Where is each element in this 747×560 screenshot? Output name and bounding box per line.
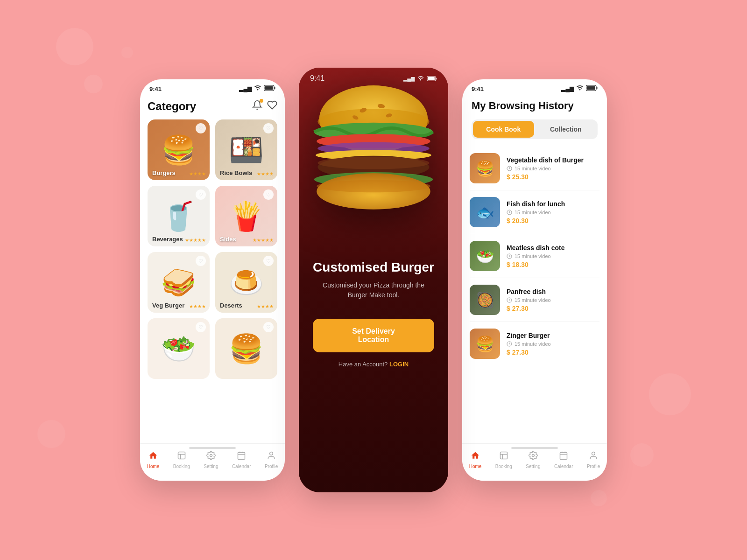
svg-rect-1 — [265, 86, 273, 90]
right-profile-icon — [589, 451, 598, 462]
category-item-burgers[interactable]: 🍔 ♡ Burgers ★★★★ — [148, 119, 210, 180]
tab-switch: Cook Book Collection — [472, 119, 598, 139]
notification-bell[interactable] — [252, 100, 262, 113]
rice-bowls-heart[interactable]: ♡ — [263, 123, 274, 133]
burgers-stars: ★★★★ — [189, 171, 206, 176]
history-item-4[interactable]: 🥘 Panfree dish 15 minute video $ 27.30 — [470, 278, 599, 322]
left-phone: 9:41 ▂▄▆ Category — [140, 79, 285, 481]
clock-icon-3 — [507, 253, 512, 259]
right-nav-home[interactable]: Home — [469, 451, 482, 469]
nav-setting[interactable]: Setting — [204, 451, 218, 469]
right-nav-booking[interactable]: Booking — [495, 451, 512, 469]
category-item-extra2[interactable]: 🍔 ♡ — [215, 318, 277, 379]
right-setting-icon — [529, 451, 538, 462]
delivery-location-button[interactable]: Set Delivery Location — [313, 319, 434, 352]
beverages-label: Beverages — [152, 236, 183, 243]
rice-bowls-label: Rice Bowls — [220, 169, 252, 176]
category-item-extra1[interactable]: 🥗 ♡ — [148, 318, 210, 379]
burgers-label: Burgers — [152, 169, 176, 176]
sides-stars: ★★★★★ — [253, 238, 274, 243]
veg-burger-stars: ★★★★ — [189, 304, 206, 309]
category-item-sides[interactable]: 🍟 ♡ Sides ★★★★★ — [215, 186, 277, 246]
battery-icon — [264, 85, 275, 92]
left-bottom-nav: Home Booking Setting Calendar — [140, 443, 285, 481]
history-img-5: 🍔 — [470, 329, 500, 359]
veg-burger-heart[interactable]: ♡ — [196, 256, 206, 266]
svg-point-26 — [317, 157, 429, 169]
right-nav-home-label: Home — [469, 464, 482, 469]
sides-heart[interactable]: ♡ — [263, 189, 274, 200]
history-info-3: Meatless dish cote 15 minute video $ 18.… — [507, 244, 599, 268]
hero-title: Customised Burger — [313, 260, 434, 275]
svg-rect-32 — [597, 87, 598, 89]
hero-subtitle: Customised your Pizza through the Burger… — [313, 280, 434, 300]
beverages-heart[interactable]: ♡ — [196, 189, 206, 200]
history-duration-5: 15 minute video — [514, 341, 551, 347]
right-battery-icon — [586, 85, 598, 92]
history-price-5: $ 27.30 — [507, 349, 599, 356]
right-nav-setting[interactable]: Setting — [526, 451, 540, 469]
right-home-icon — [471, 451, 480, 462]
history-meta-3: 15 minute video — [507, 253, 599, 259]
favorites-icon[interactable] — [267, 100, 277, 113]
right-header: My Browsing History — [462, 95, 607, 119]
nav-profile[interactable]: Profile — [265, 451, 278, 469]
extra1-heart[interactable]: ♡ — [196, 322, 206, 332]
extra2-heart[interactable]: ♡ — [263, 322, 274, 332]
svg-point-11 — [270, 452, 273, 455]
profile-icon — [267, 451, 276, 462]
history-name-1: Vegetable dish of Burger — [507, 156, 599, 164]
history-img-2: 🐟 — [470, 197, 500, 227]
booking-icon — [177, 451, 186, 462]
home-icon — [148, 451, 158, 462]
svg-point-41 — [532, 455, 534, 457]
burgers-heart[interactable]: ♡ — [196, 123, 206, 133]
history-name-2: Fish dish for lunch — [507, 200, 599, 208]
history-img-3: 🥗 — [470, 241, 500, 271]
left-status-icons: ▂▄▆ — [239, 85, 275, 92]
nav-calendar-label: Calendar — [232, 464, 251, 469]
nav-calendar[interactable]: Calendar — [232, 451, 251, 469]
burger-hero-image — [299, 73, 448, 232]
history-price-4: $ 27.30 — [507, 305, 599, 312]
svg-rect-38 — [500, 452, 507, 459]
clock-icon-4 — [507, 297, 512, 303]
history-name-5: Zinger Burger — [507, 332, 599, 339]
tab-collection[interactable]: Collection — [536, 121, 597, 138]
history-duration-1: 15 minute video — [514, 166, 551, 171]
right-time: 9:41 — [472, 85, 484, 92]
center-content: 9:41 ▂▄▆ — [299, 68, 448, 492]
history-price-1: $ 25.30 — [507, 173, 599, 181]
right-nav-setting-label: Setting — [526, 464, 540, 469]
category-item-deserts[interactable]: 🍮 ♡ Deserts ★★★★ — [215, 252, 277, 313]
deserts-heart[interactable]: ♡ — [263, 256, 274, 266]
phones-container: 9:41 ▂▄▆ Category — [140, 68, 607, 492]
category-item-beverages[interactable]: 🥤 ♡ Beverages ★★★★★ — [148, 186, 210, 246]
history-meta-1: 15 minute video — [507, 166, 599, 171]
category-item-veg-burger[interactable]: 🥪 ♡ Veg Burger ★★★★ — [148, 252, 210, 313]
category-item-rice-bowls[interactable]: 🍱 ♡ Rice Bowls ★★★★ — [215, 119, 277, 180]
history-img-1: 🍔 — [470, 153, 500, 183]
right-home-indicator — [511, 447, 558, 449]
right-nav-profile[interactable]: Profile — [587, 451, 600, 469]
login-link[interactable]: LOGIN — [389, 361, 409, 368]
left-status-bar: 9:41 ▂▄▆ — [140, 79, 285, 95]
history-item-1[interactable]: 🍔 Vegetable dish of Burger 15 minute vid… — [470, 147, 599, 190]
history-meta-5: 15 minute video — [507, 341, 599, 347]
tab-cookbook[interactable]: Cook Book — [473, 121, 534, 138]
nav-booking-label: Booking — [173, 464, 190, 469]
history-duration-3: 15 minute video — [514, 253, 551, 259]
svg-point-6 — [210, 455, 212, 457]
notification-dot — [260, 99, 263, 103]
history-item-5[interactable]: 🍔 Zinger Burger 15 minute video $ 27.30 — [470, 322, 599, 365]
right-status-bar: 9:41 ▂▄▆ — [462, 79, 607, 95]
history-item-2[interactable]: 🐟 Fish dish for lunch 15 minute video $ … — [470, 190, 599, 234]
nav-home[interactable]: Home — [147, 451, 160, 469]
history-info-4: Panfree dish 15 minute video $ 27.30 — [507, 288, 599, 312]
history-item-3[interactable]: 🥗 Meatless dish cote 15 minute video $ 1… — [470, 234, 599, 278]
center-phone: 9:41 ▂▄▆ — [299, 68, 448, 492]
right-nav-calendar[interactable]: Calendar — [554, 451, 573, 469]
nav-booking[interactable]: Booking — [173, 451, 190, 469]
header-icons — [252, 100, 277, 113]
home-indicator — [189, 447, 236, 449]
